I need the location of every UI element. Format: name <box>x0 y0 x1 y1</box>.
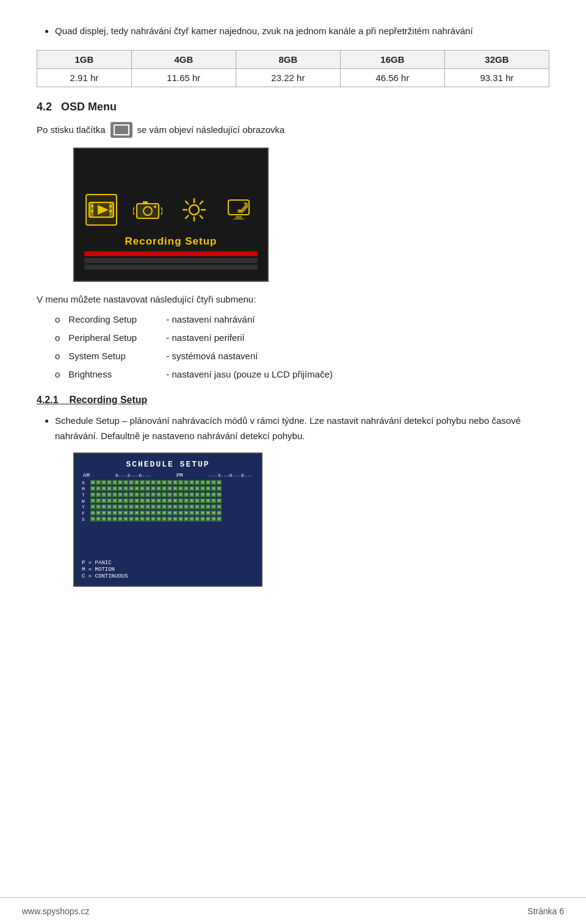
sched-cells-2: MMMMMMMMMMMMMMMMMMMMMMMM <box>90 492 254 497</box>
sched-cell-2-9: M <box>140 492 145 497</box>
sched-cell-2-0: M <box>90 492 95 497</box>
submenu-item-brightness: Brightness - nastavení jasu (pouze u LCD… <box>55 365 549 384</box>
sched-cell-4-19: M <box>195 504 200 509</box>
sched-legend: P = PANIC M = MOTION C = CONTINUOUS <box>82 560 254 579</box>
storage-col-32gb: 32GB <box>444 50 549 68</box>
sched-cell-5-10: M <box>145 510 150 515</box>
sched-cell-3-21: M <box>206 498 211 503</box>
sched-cell-6-21: M <box>206 517 211 521</box>
sched-cell-5-0: M <box>90 510 95 515</box>
sched-cell-1-9: M <box>140 486 145 491</box>
sched-cell-4-1: M <box>96 504 101 509</box>
sched-cell-6-23: M <box>217 517 222 521</box>
sched-cell-3-20: M <box>200 498 205 503</box>
sched-cell-0-17: M <box>184 480 189 485</box>
sched-cell-0-13: M <box>162 480 167 485</box>
sched-cell-1-8: M <box>134 486 139 491</box>
storage-val-32gb: 93.31 hr <box>444 68 549 87</box>
sched-cell-2-6: M <box>123 492 128 497</box>
submenu-intro: V menu můžete nastavovat následující čty… <box>37 294 549 304</box>
storage-val-4gb: 11.65 hr <box>131 68 236 87</box>
intro-bullet: Quad displej, tedy nahrávání čtyř kamer … <box>55 23 549 39</box>
wrench-icon <box>225 194 256 226</box>
sched-cell-2-5: M <box>118 492 123 497</box>
sched-cell-5-21: M <box>206 510 211 515</box>
sched-cell-4-17: M <box>184 504 189 509</box>
storage-table-header-row: 1GB 4GB 8GB 16GB 32GB <box>37 50 549 68</box>
submenu-desc-brightness: - nastavení jasu (pouze u LCD přijímače) <box>166 365 333 384</box>
storage-col-8gb: 8GB <box>236 50 340 68</box>
button-press-line: Po stisku tlačítka se vám objeví následu… <box>37 122 549 138</box>
sched-cell-0-5: M <box>118 480 123 485</box>
sched-cell-6-1: M <box>96 517 101 521</box>
sched-cell-0-9: M <box>140 480 145 485</box>
sched-cell-6-16: M <box>178 517 183 521</box>
sched-cell-0-22: M <box>211 480 216 485</box>
sched-cell-3-18: M <box>189 498 194 503</box>
sched-cell-5-22: M <box>211 510 216 515</box>
sched-cell-0-20: M <box>200 480 205 485</box>
sched-cell-0-19: M <box>195 480 200 485</box>
svg-rect-4 <box>91 205 93 207</box>
sched-cell-1-2: M <box>101 486 106 491</box>
sched-cell-5-12: M <box>156 510 161 515</box>
sched-cell-3-14: M <box>167 498 172 503</box>
sched-cell-5-17: M <box>184 510 189 515</box>
sched-cell-6-14: M <box>167 517 172 521</box>
sched-cell-2-16: M <box>178 492 183 497</box>
page-content: Quad displej, tedy nahrávání čtyř kamer … <box>0 0 586 642</box>
sched-cell-4-0: M <box>90 504 95 509</box>
camera-icon <box>132 194 164 226</box>
sched-cells-3: MMMMMMMMMMMMMMMMMMMMMMMM <box>90 498 254 503</box>
sched-day-label-3: W <box>82 498 89 504</box>
sched-cell-0-4: M <box>112 480 117 485</box>
sched-cell-0-0: M <box>90 480 95 485</box>
sched-day-label-1: M <box>82 486 89 492</box>
sched-pm-label: PM <box>176 473 183 479</box>
sched-cell-4-6: M <box>123 504 128 509</box>
sched-cell-5-6: M <box>123 510 128 515</box>
sched-cell-3-5: M <box>118 498 123 503</box>
osd-menu-rows <box>84 251 258 270</box>
storage-table-data-row: 2.91 hr 11.65 hr 23.22 hr 46.56 hr 93.31… <box>37 68 549 87</box>
sched-cell-5-16: M <box>178 510 183 515</box>
sched-cell-2-23: M <box>217 492 222 497</box>
svg-point-14 <box>189 205 199 215</box>
sched-cell-4-9: M <box>140 504 145 509</box>
storage-col-16gb: 16GB <box>340 50 444 68</box>
sched-cell-4-10: M <box>145 504 150 509</box>
sched-cell-4-8: M <box>134 504 139 509</box>
sched-cell-1-6: M <box>123 486 128 491</box>
sched-cell-1-1: M <box>96 486 101 491</box>
sched-time-0: 0---3---6--- <box>115 473 151 479</box>
sched-legend-motion: M = MOTION <box>82 567 254 573</box>
sched-cell-4-5: M <box>118 504 123 509</box>
sched-cell-1-12: M <box>156 486 161 491</box>
schedule-bullet: Schedule Setup – plánování nahrávacích m… <box>55 413 549 444</box>
sched-day-label-2: T <box>82 492 89 498</box>
sched-cell-6-6: M <box>123 517 128 521</box>
sched-cell-2-21: M <box>206 492 211 497</box>
sched-cell-0-7: M <box>129 480 134 485</box>
sched-cell-3-23: M <box>217 498 222 503</box>
sched-cells-1: MMMMMMMMMMMMMMMMMMMMMMMM <box>90 486 254 491</box>
osd-menu-row-3 <box>84 265 258 270</box>
sched-day-label-6: S <box>82 517 89 522</box>
sched-cell-3-16: M <box>178 498 183 503</box>
sched-cell-2-20: M <box>200 492 205 497</box>
sched-cell-2-22: M <box>211 492 216 497</box>
sched-title: SCHEDULE SETUP <box>82 460 254 469</box>
sched-cell-0-11: M <box>151 480 156 485</box>
sched-cell-6-12: M <box>156 517 161 521</box>
submenu-name-peripheral: Peripheral Setup <box>68 329 166 347</box>
sched-cell-6-18: M <box>189 517 194 521</box>
osd-menu-row-2 <box>84 258 258 263</box>
sched-cell-2-12: M <box>156 492 161 497</box>
sched-cell-1-7: M <box>129 486 134 491</box>
button-press-text-before: Po stisku tlačítka <box>37 124 106 135</box>
sched-cell-6-9: M <box>140 517 145 521</box>
svg-rect-6 <box>109 205 112 207</box>
section-4-2-number: 4.2 <box>37 101 52 113</box>
section-4-2-1-heading: 4.2.1 Recording Setup <box>37 395 549 406</box>
section-4-2-title: OSD Menu <box>61 101 117 113</box>
